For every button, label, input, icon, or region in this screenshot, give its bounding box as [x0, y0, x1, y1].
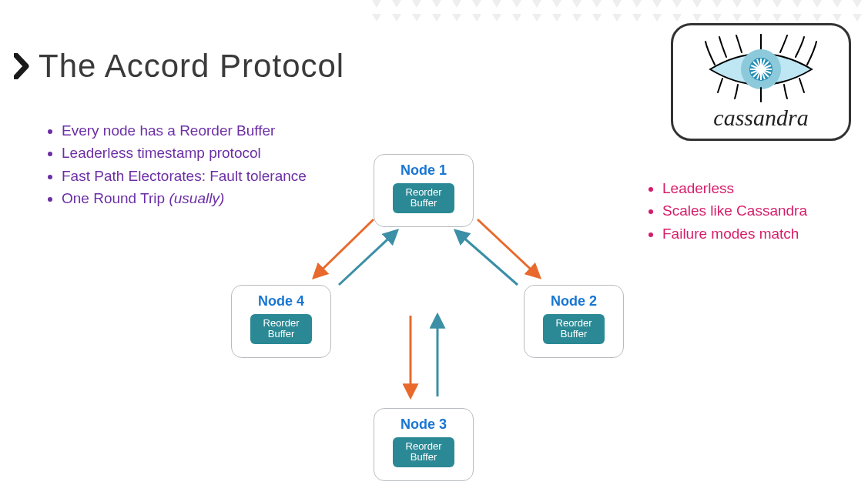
bullet-item: Failure modes match [662, 222, 807, 245]
logo-label: cassandra [713, 105, 808, 131]
node-2: Node 2 Reorder Buffer [524, 285, 624, 358]
svg-line-12 [339, 231, 397, 285]
right-bullet-list: Leaderless Scales like Cassandra Failure… [662, 177, 807, 245]
bullet-item: Every node has a Reorder Buffer [62, 119, 307, 142]
bullet-emphasis: (usually) [169, 190, 224, 206]
page-title: The Accord Protocol [39, 48, 344, 85]
node-title: Node 3 [400, 416, 447, 433]
reorder-buffer-badge: Reorder Buffer [250, 314, 312, 344]
eye-icon [699, 34, 823, 106]
page-title-wrap: The Accord Protocol [14, 48, 344, 85]
cassandra-logo-box: cassandra [671, 23, 851, 141]
node-diagram: Node 1 Reorder Buffer Node 2 Reorder Buf… [231, 154, 632, 485]
node-title: Node 2 [551, 293, 597, 309]
bullet-item: Scales like Cassandra [662, 199, 807, 222]
node-title: Node 4 [258, 293, 304, 309]
triangle-row [367, 0, 868, 8]
reorder-buffer-badge: Reorder Buffer [543, 314, 605, 344]
reorder-buffer-badge: Reorder Buffer [393, 437, 454, 467]
triangle-row [367, 14, 868, 22]
svg-line-11 [314, 219, 374, 277]
node-4: Node 4 Reorder Buffer [231, 285, 331, 358]
svg-line-14 [456, 231, 518, 285]
reorder-buffer-badge: Reorder Buffer [393, 183, 454, 213]
node-title: Node 1 [400, 162, 447, 179]
svg-line-13 [478, 219, 539, 277]
svg-point-10 [757, 65, 765, 73]
chevron-right-icon [14, 53, 31, 79]
bullet-item: Leaderless [662, 177, 807, 199]
node-3: Node 3 Reorder Buffer [374, 408, 474, 481]
node-1: Node 1 Reorder Buffer [374, 154, 474, 227]
